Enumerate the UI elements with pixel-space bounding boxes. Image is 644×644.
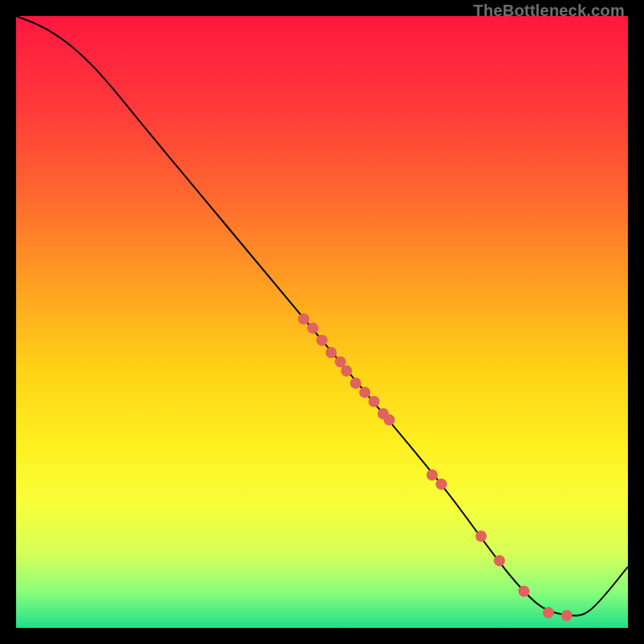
data-point bbox=[369, 396, 380, 407]
data-point bbox=[316, 335, 328, 346]
chart-frame bbox=[16, 16, 628, 628]
data-point bbox=[427, 469, 438, 481]
data-point bbox=[543, 607, 554, 618]
data-point bbox=[341, 365, 352, 377]
data-point bbox=[335, 356, 346, 367]
data-point bbox=[359, 386, 370, 398]
data-point bbox=[350, 378, 361, 389]
gradient-background bbox=[16, 16, 628, 628]
data-point bbox=[308, 323, 319, 334]
data-point bbox=[476, 530, 487, 542]
data-point bbox=[561, 610, 572, 621]
data-point bbox=[325, 347, 336, 358]
bottleneck-chart bbox=[16, 16, 628, 628]
data-point bbox=[298, 313, 309, 324]
data-point bbox=[436, 478, 447, 489]
data-point bbox=[493, 555, 505, 566]
data-point bbox=[518, 585, 530, 597]
data-point bbox=[384, 415, 395, 426]
